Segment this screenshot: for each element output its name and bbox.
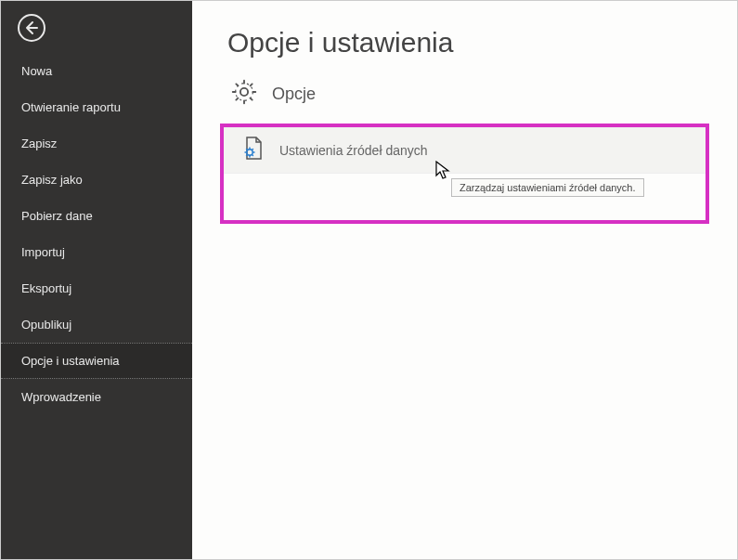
page-title: Opcje i ustawienia [227,27,737,59]
arrow-left-icon [24,20,39,35]
sidebar-item-publish[interactable]: Opublikuj [1,306,192,343]
sidebar-item-label: Opcje i ustawienia [21,354,120,368]
tooltip: Zarządzaj ustawieniami źródeł danych. [451,178,644,197]
section-title: Opcje [272,85,316,104]
sidebar-item-label: Pobierz dane [21,209,93,223]
sidebar-item-open-report[interactable]: Otwieranie raportu [1,89,192,125]
sidebar-item-export[interactable]: Eksportuj [1,270,192,306]
sidebar-item-save-as[interactable]: Zapisz jako [1,162,192,198]
main-panel: Opcje i ustawienia Opcje [192,1,737,559]
sidebar-item-label: Zapisz [21,137,57,150]
sidebar-item-label: Opublikuj [21,318,71,332]
sidebar-item-options[interactable]: Opcje i ustawienia [1,343,192,379]
sidebar-item-label: Zapisz jako [21,173,83,187]
sidebar-item-intro[interactable]: Wprowadzenie [1,379,192,415]
sidebar-item-label: Nowa [21,64,52,78]
svg-point-0 [240,88,248,96]
gear-icon [231,79,257,109]
sidebar-item-label: Importuj [21,245,65,259]
app-layout: Nowa Otwieranie raportu Zapisz Zapisz ja… [1,1,737,559]
sidebar-item-save[interactable]: Zapisz [1,125,192,162]
sidebar-item-get-data[interactable]: Pobierz dane [1,198,192,234]
option-data-source-settings[interactable]: Ustawienia źródeł danych [224,127,706,174]
document-gear-icon [242,136,265,165]
sidebar-item-new[interactable]: Nowa [1,53,192,89]
option-label: Ustawienia źródeł danych [279,143,428,158]
highlighted-area: Ustawienia źródeł danych Zarządzaj ustaw… [220,124,709,224]
sidebar-item-import[interactable]: Importuj [1,234,192,270]
sidebar-item-label: Eksportuj [21,281,71,295]
sidebar: Nowa Otwieranie raportu Zapisz Zapisz ja… [1,1,192,559]
sidebar-item-label: Wprowadzenie [21,390,101,404]
back-button[interactable] [18,14,45,42]
section-header-options: Opcje [231,79,737,109]
sidebar-item-label: Otwieranie raportu [21,100,121,114]
